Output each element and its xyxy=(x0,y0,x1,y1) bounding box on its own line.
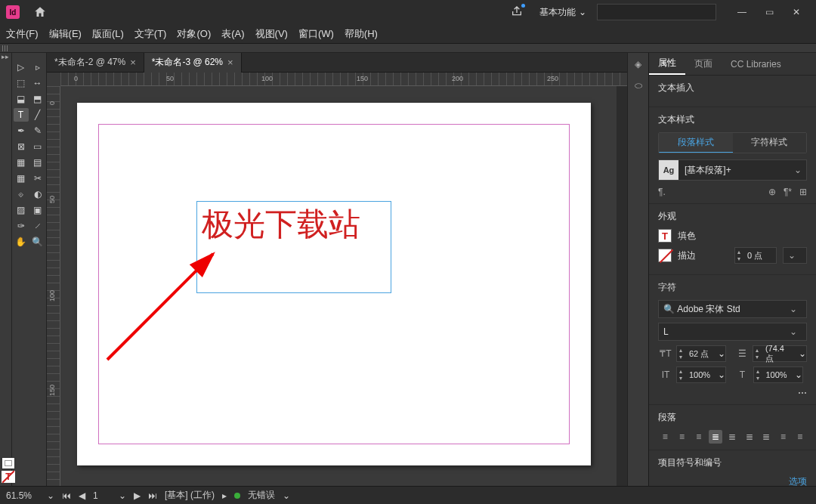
canvas[interactable]: 0 50 100 150 200 250 0 50 100 150 极光下载站 xyxy=(47,73,627,504)
hand-tool[interactable]: ✋ xyxy=(14,235,29,249)
page-field[interactable]: ⌄ xyxy=(93,490,126,501)
close-icon[interactable]: × xyxy=(227,57,233,68)
align-right-button[interactable]: ≡ xyxy=(692,430,706,444)
align-away-spine-button[interactable]: ≡ xyxy=(793,430,807,444)
pilcrow-icon[interactable]: ¶. xyxy=(658,187,666,197)
content-placer-tool[interactable]: ⬒ xyxy=(30,92,45,106)
menu-edit[interactable]: 编辑(E) xyxy=(49,27,82,41)
selection-tool[interactable]: ▷ xyxy=(14,60,29,74)
free-transform-tool[interactable]: ⟐ xyxy=(14,187,29,201)
prev-spread-icon[interactable]: ⏮ xyxy=(62,490,71,501)
preflight-status-icon xyxy=(234,493,240,499)
grid-tool[interactable]: ▦ xyxy=(14,156,29,169)
note-tool[interactable]: ▣ xyxy=(30,203,45,217)
direct-selection-tool[interactable]: ▹ xyxy=(30,60,45,74)
font-family-select[interactable]: 🔍 Adobe 宋体 Std⌄ xyxy=(658,300,807,318)
share-icon[interactable] xyxy=(511,5,523,20)
prev-page-icon[interactable]: ◀ xyxy=(79,490,85,501)
leading-input[interactable]: ▴▾(74.4 点⌄ xyxy=(753,345,807,362)
menu-help[interactable]: 帮助(H) xyxy=(345,27,378,41)
horizontal-ruler[interactable]: 0 50 100 150 200 250 xyxy=(60,73,627,86)
justify-center-button[interactable]: ≣ xyxy=(725,430,739,444)
character-title: 字符 xyxy=(658,281,807,294)
add-style-icon[interactable]: ⊞ xyxy=(799,187,807,197)
scissors-tool[interactable]: ✂ xyxy=(30,172,45,185)
vertical-ruler[interactable]: 0 50 100 150 xyxy=(47,86,60,504)
document-tab[interactable]: *未命名-2 @ 47%× xyxy=(47,53,144,73)
stroke-style-select[interactable]: ⌄ xyxy=(783,247,807,264)
align-toward-spine-button[interactable]: ≡ xyxy=(776,430,790,444)
menu-layout[interactable]: 版面(L) xyxy=(92,27,124,41)
zoom-tool[interactable]: 🔍 xyxy=(30,235,45,249)
justify-right-button[interactable]: ≣ xyxy=(743,430,756,444)
search-input[interactable] xyxy=(597,4,716,20)
fill-stroke-swatch[interactable] xyxy=(2,457,15,469)
page[interactable]: 极光下载站 xyxy=(77,103,591,465)
pencil-tool[interactable]: ✎ xyxy=(30,124,45,138)
next-page-icon[interactable]: ▶ xyxy=(134,490,141,501)
new-style-icon[interactable]: ⊕ xyxy=(768,187,776,197)
align-left-button[interactable]: ≡ xyxy=(658,430,672,444)
layers-icon[interactable]: ◈ xyxy=(635,59,641,70)
vertical-scrollbar[interactable] xyxy=(617,86,627,504)
align-center-button[interactable]: ≡ xyxy=(675,430,688,444)
stroke-weight-input[interactable]: ▴▾ 0 点 xyxy=(734,247,777,264)
gap-tool[interactable]: ↔ xyxy=(30,76,45,90)
workspace-switcher[interactable]: 基本功能 ⌄ xyxy=(533,6,592,19)
font-size-input[interactable]: ▴▾62 点⌄ xyxy=(676,345,726,362)
gradient-feather-tool[interactable]: ▨ xyxy=(14,203,29,217)
text-content[interactable]: 极光下载站 xyxy=(197,202,391,247)
errors-label[interactable]: 无错误 xyxy=(248,489,275,502)
fill-swatch[interactable]: T xyxy=(658,229,672,243)
gradient-swatch-tool[interactable]: ◐ xyxy=(30,187,45,201)
menu-object[interactable]: 对象(O) xyxy=(177,27,211,41)
tab-pages[interactable]: 页面 xyxy=(685,53,722,75)
panel-header: 文本插入 xyxy=(658,82,807,94)
formatting-text-swatch[interactable]: T xyxy=(2,471,15,483)
close-button[interactable]: ✕ xyxy=(783,2,810,23)
menu-type[interactable]: 文字(T) xyxy=(134,27,167,41)
more-options-icon[interactable]: ⋯ xyxy=(798,388,807,398)
minimize-button[interactable]: — xyxy=(728,2,756,23)
justify-all-button[interactable]: ≣ xyxy=(759,430,773,444)
grid2-tool[interactable]: ▤ xyxy=(30,156,45,169)
document-tab[interactable]: *未命名-3 @ 62%× xyxy=(144,53,242,73)
menu-table[interactable]: 表(A) xyxy=(221,27,244,41)
menu-window[interactable]: 窗口(W) xyxy=(298,27,334,41)
paragraph-title: 段落 xyxy=(658,411,807,424)
next-spread-icon[interactable]: ⏭ xyxy=(148,490,157,501)
collapse-icon[interactable]: ▸▸ xyxy=(2,53,9,60)
zoom-field[interactable]: ⌄ xyxy=(6,490,54,501)
home-icon[interactable] xyxy=(33,5,47,19)
content-collector-tool[interactable]: ⬓ xyxy=(14,92,29,106)
maximize-button[interactable]: ▭ xyxy=(756,2,783,23)
fill-label: 填色 xyxy=(678,230,696,243)
rectangle-frame-tool[interactable]: ⊠ xyxy=(14,140,29,153)
font-style-select[interactable]: L⌄ xyxy=(658,323,807,341)
close-icon[interactable]: × xyxy=(130,57,136,68)
justify-left-button[interactable]: ≣ xyxy=(709,430,722,444)
type-path-tool[interactable]: ╱ xyxy=(30,108,45,122)
pen-tool[interactable]: ✒ xyxy=(14,124,29,138)
table-tool[interactable]: ▦ xyxy=(14,172,29,185)
stroke-swatch[interactable] xyxy=(658,249,672,262)
text-frame[interactable]: 极光下载站 xyxy=(196,201,391,293)
hscale-input[interactable]: ▴▾100%⌄ xyxy=(753,366,803,383)
character-style-tab[interactable]: 字符样式 xyxy=(733,133,807,153)
vscale-input[interactable]: ▴▾100%⌄ xyxy=(676,366,726,383)
paragraph-style-tab[interactable]: 段落样式 xyxy=(659,133,733,153)
menu-file[interactable]: 文件(F) xyxy=(6,27,39,41)
tab-properties[interactable]: 属性 xyxy=(649,53,685,75)
tab-cc-libraries[interactable]: CC Libraries xyxy=(722,53,790,75)
measure-tool[interactable]: ⟋ xyxy=(30,219,45,233)
menu-view[interactable]: 视图(V) xyxy=(255,27,288,41)
profile-label[interactable]: [基本] (工作) xyxy=(165,489,215,502)
links-icon[interactable]: ⬭ xyxy=(635,80,642,91)
rectangle-tool[interactable]: ▭ xyxy=(30,140,45,153)
eyedropper-tool[interactable]: ✑ xyxy=(14,219,29,233)
paragraph-style-select[interactable]: Ag [基本段落]+ ⌄ xyxy=(658,159,807,181)
page-tool[interactable]: ⬚ xyxy=(14,76,29,90)
type-tool[interactable]: T xyxy=(14,108,29,122)
clear-override-icon[interactable]: ¶* xyxy=(784,187,792,197)
right-panels: 属性 页面 CC Libraries 文本插入 文本样式 段落样式 字符样式 A… xyxy=(648,53,816,504)
